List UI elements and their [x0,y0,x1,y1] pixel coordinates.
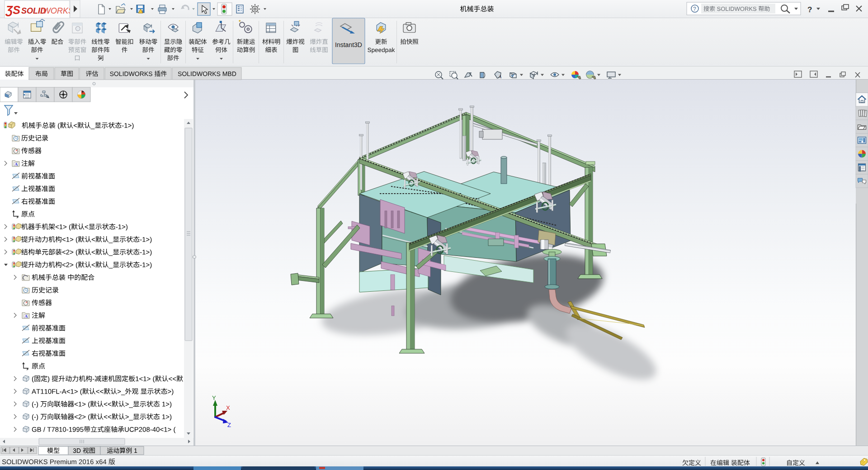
svg-text:Instant3D: Instant3D [335,41,362,48]
svg-text:SOLID: SOLID [21,6,46,15]
svg-text:ƷS: ƷS [5,4,20,16]
svg-text:A: A [15,162,18,166]
svg-text:WORKS: WORKS [43,6,74,15]
svg-text:?: ? [693,6,696,12]
svg-text:!: ! [142,9,143,14]
svg-text:*: * [239,19,241,24]
svg-text:A: A [498,74,502,79]
svg-text:A: A [25,314,28,318]
svg-text:?: ? [807,5,812,14]
